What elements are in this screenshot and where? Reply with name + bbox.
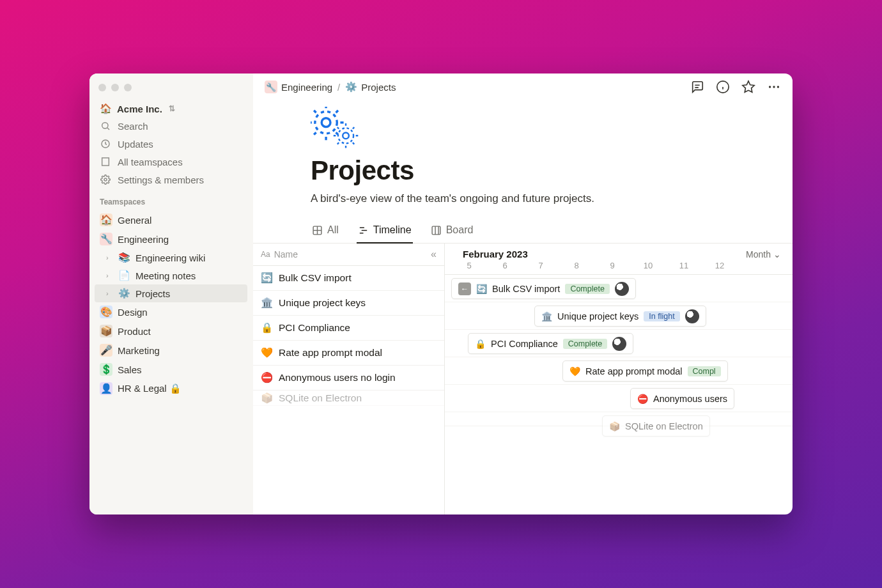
gear-icon xyxy=(100,174,111,185)
text-prop-icon: Aa xyxy=(261,250,270,259)
timeline-day: 5 xyxy=(451,261,487,270)
sidebar-item-label: General xyxy=(118,215,151,226)
traffic-close[interactable] xyxy=(98,84,106,91)
traffic-max[interactable] xyxy=(124,84,132,91)
traffic-min[interactable] xyxy=(111,84,119,91)
page-icon-gears[interactable] xyxy=(311,107,735,151)
wrench-icon: 🔧 xyxy=(265,81,277,93)
svg-rect-30 xyxy=(432,226,440,235)
tab-board[interactable]: Board xyxy=(429,224,475,244)
box-icon: 📦 xyxy=(100,325,112,337)
sidebar-search[interactable]: Search xyxy=(95,117,247,135)
breadcrumb-current-label: Projects xyxy=(361,82,396,93)
card-title: Bulk CSV import xyxy=(492,284,560,294)
comments-button[interactable] xyxy=(690,80,704,94)
table-row[interactable]: 🏛️Unique project keys xyxy=(253,291,444,316)
tab-label: All xyxy=(327,224,339,236)
sidebar-item-product[interactable]: 📦 Product xyxy=(95,321,247,341)
timeline-grid[interactable]: February 2023 Month ⌄ 56789101112 ←🔄Bulk… xyxy=(445,244,793,514)
timeline-card[interactable]: 🧡Rate app prompt modalCompl xyxy=(562,360,728,382)
chevron-updown-icon: ⇅ xyxy=(169,104,175,113)
timeline-card[interactable]: ←🔄Bulk CSV importComplete xyxy=(451,278,636,299)
clock-icon xyxy=(100,138,111,150)
workspace-name: Acme Inc. xyxy=(117,104,162,114)
sidebar-all-teamspaces[interactable]: All teamspaces xyxy=(95,153,247,171)
row-name: Rate app prompt modal xyxy=(279,347,382,359)
back-arrow-icon: ← xyxy=(458,282,471,295)
workspace-switcher[interactable]: 🏠 Acme Inc. ⇅ xyxy=(95,100,247,117)
sidebar-item-hr-legal[interactable]: 👤 HR & Legal 🔒 xyxy=(95,379,247,398)
row-icon: 📦 xyxy=(261,392,272,404)
info-button[interactable] xyxy=(716,80,730,94)
svg-point-19 xyxy=(777,86,779,88)
row-name: PCI Compliance xyxy=(279,322,350,334)
sidebar-item-meeting-notes[interactable]: › 📄 Meeting notes xyxy=(95,267,247,284)
sidebar-item-label: Product xyxy=(118,326,151,337)
table-row[interactable]: 🧡Rate app prompt modal xyxy=(253,341,444,366)
sidebar-item-general[interactable]: 🏠 General xyxy=(95,210,247,229)
card-icon: 🧡 xyxy=(569,366,580,376)
timeline-row: 📦SQLite on Electron xyxy=(445,412,793,426)
card-title: Rate app prompt modal xyxy=(585,366,683,376)
sidebar-item-sales[interactable]: 💲 Sales xyxy=(95,360,247,379)
svg-point-23 xyxy=(338,128,353,143)
sidebar-settings[interactable]: Settings & members xyxy=(95,171,247,189)
table-row[interactable]: 🔒PCI Compliance xyxy=(253,316,444,341)
breadcrumb-parent[interactable]: 🔧 Engineering xyxy=(265,81,332,93)
tab-all[interactable]: All xyxy=(311,224,340,244)
library-icon: 📚 xyxy=(118,252,130,263)
sidebar-item-design[interactable]: 🎨 Design xyxy=(95,302,247,321)
card-title: Unique project keys xyxy=(557,311,638,321)
svg-point-20 xyxy=(321,118,330,127)
page-subtitle[interactable]: A bird's-eye view of the team's ongoing … xyxy=(311,192,735,205)
timeline-day: 9 xyxy=(594,261,630,270)
card-icon: 🔒 xyxy=(475,339,486,349)
sidebar-updates[interactable]: Updates xyxy=(95,135,247,153)
tab-label: Timeline xyxy=(373,224,412,236)
row-icon: 🏛️ xyxy=(261,297,272,309)
wrench-icon: 🔧 xyxy=(100,233,112,245)
timeline-card[interactable]: 📦SQLite on Electron xyxy=(602,415,710,437)
timeline-card[interactable]: 🏛️Unique project keysIn flight xyxy=(534,306,706,327)
timeline-day: 10 xyxy=(630,261,666,270)
tab-timeline[interactable]: Timeline xyxy=(357,224,413,244)
favorite-button[interactable] xyxy=(741,80,755,94)
timeline-row: ⛔Anonymous users xyxy=(445,385,793,412)
sidebar-item-label: Design xyxy=(118,307,148,318)
svg-marker-16 xyxy=(743,81,754,92)
topbar: 🔧 Engineering / ⚙️ Projects xyxy=(253,74,793,97)
home-icon: 🏠 xyxy=(100,103,112,114)
row-icon: 🔄 xyxy=(261,272,272,284)
page-title[interactable]: Projects xyxy=(311,155,735,186)
topbar-actions xyxy=(690,80,781,94)
svg-point-22 xyxy=(343,133,349,139)
timeline-scale-select[interactable]: Month ⌄ xyxy=(746,249,781,259)
status-badge: Complete xyxy=(563,339,608,349)
timeline-day: 7 xyxy=(523,261,559,270)
row-icon: 🔒 xyxy=(261,322,272,334)
card-icon: 🔄 xyxy=(476,284,487,294)
table-row[interactable]: ⛔Anonymous users no login xyxy=(253,366,444,391)
sidebar-item-engineering[interactable]: 🔧 Engineering xyxy=(95,229,247,249)
timeline-day-axis: 56789101112 xyxy=(445,261,793,275)
card-title: Anonymous users xyxy=(653,394,727,404)
more-button[interactable] xyxy=(767,80,781,94)
timeline-day: 6 xyxy=(487,261,523,270)
sidebar-item-marketing[interactable]: 🎤 Marketing xyxy=(95,341,247,360)
table-row[interactable]: 🔄Bulk CSV import xyxy=(253,266,444,291)
database-area: Aa Name « 🔄Bulk CSV import🏛️Unique proje… xyxy=(253,244,793,514)
row-name: Anonymous users no login xyxy=(279,372,396,383)
sidebar-item-projects[interactable]: › ⚙️ Projects xyxy=(95,284,247,302)
sidebar-settings-label: Settings & members xyxy=(118,174,204,185)
table-row[interactable]: 📦SQLite on Electron xyxy=(253,391,444,406)
collapse-button[interactable]: « xyxy=(431,249,437,260)
timeline-row: 🔒PCI ComplianceComplete xyxy=(445,330,793,357)
timeline-card[interactable]: ⛔Anonymous users xyxy=(630,388,734,409)
page-header: Projects A bird's-eye view of the team's… xyxy=(253,102,793,205)
main-area: 🔧 Engineering / ⚙️ Projects xyxy=(253,74,793,514)
breadcrumb-current[interactable]: ⚙️ Projects xyxy=(345,81,396,93)
sidebar-item-label: Meeting notes xyxy=(135,270,196,281)
gears-icon: ⚙️ xyxy=(345,81,357,93)
sidebar-item-engineering-wiki[interactable]: › 📚 Engineering wiki xyxy=(95,249,247,267)
timeline-card[interactable]: 🔒PCI ComplianceComplete xyxy=(468,333,633,354)
